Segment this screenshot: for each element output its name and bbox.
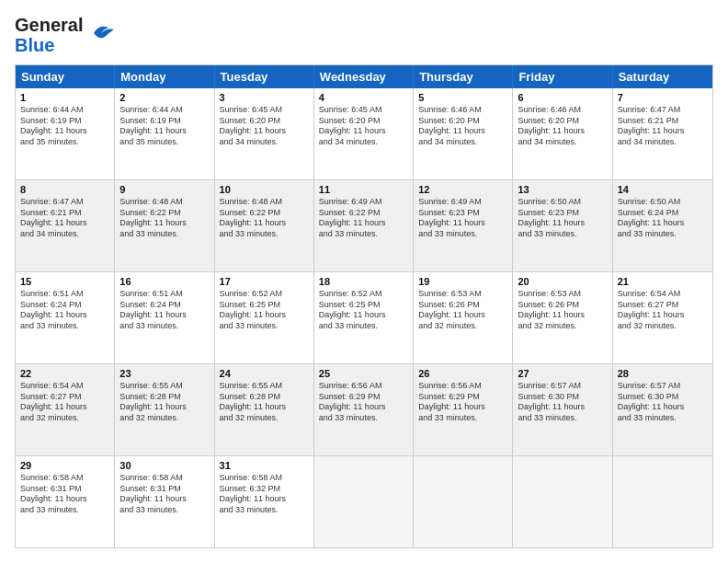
day-number: 22 bbox=[20, 368, 109, 379]
day-number: 8 bbox=[20, 184, 109, 195]
cal-cell: 17Sunrise: 6:52 AM Sunset: 6:25 PM Dayli… bbox=[215, 272, 314, 363]
day-info: Sunrise: 6:58 AM Sunset: 6:31 PM Dayligh… bbox=[20, 473, 109, 516]
day-number: 13 bbox=[518, 184, 607, 195]
cal-cell: 7Sunrise: 6:47 AM Sunset: 6:21 PM Daylig… bbox=[613, 88, 712, 179]
cal-cell: 15Sunrise: 6:51 AM Sunset: 6:24 PM Dayli… bbox=[16, 272, 115, 363]
day-number: 27 bbox=[518, 368, 607, 379]
cal-cell: 31Sunrise: 6:58 AM Sunset: 6:32 PM Dayli… bbox=[215, 456, 314, 547]
cal-cell: 26Sunrise: 6:56 AM Sunset: 6:29 PM Dayli… bbox=[414, 364, 513, 455]
calendar-header: SundayMondayTuesdayWednesdayThursdayFrid… bbox=[16, 65, 712, 88]
day-info: Sunrise: 6:54 AM Sunset: 6:27 PM Dayligh… bbox=[618, 289, 708, 332]
day-info: Sunrise: 6:44 AM Sunset: 6:19 PM Dayligh… bbox=[119, 105, 209, 148]
cal-cell: 24Sunrise: 6:55 AM Sunset: 6:28 PM Dayli… bbox=[215, 364, 314, 455]
cal-cell: 28Sunrise: 6:57 AM Sunset: 6:30 PM Dayli… bbox=[613, 364, 712, 455]
logo-bird-icon bbox=[86, 20, 116, 46]
day-info: Sunrise: 6:51 AM Sunset: 6:24 PM Dayligh… bbox=[20, 289, 109, 332]
header-day-wednesday: Wednesday bbox=[314, 65, 414, 88]
day-number: 20 bbox=[518, 276, 607, 287]
day-number: 14 bbox=[618, 184, 708, 195]
cal-cell: 27Sunrise: 6:57 AM Sunset: 6:30 PM Dayli… bbox=[513, 364, 612, 455]
calendar-body: 1Sunrise: 6:44 AM Sunset: 6:19 PM Daylig… bbox=[16, 88, 712, 547]
cal-cell: 12Sunrise: 6:49 AM Sunset: 6:23 PM Dayli… bbox=[414, 180, 513, 271]
cal-cell: 13Sunrise: 6:50 AM Sunset: 6:23 PM Dayli… bbox=[513, 180, 612, 271]
day-number: 19 bbox=[418, 276, 507, 287]
day-info: Sunrise: 6:56 AM Sunset: 6:29 PM Dayligh… bbox=[418, 381, 507, 424]
day-number: 28 bbox=[618, 368, 708, 379]
day-number: 17 bbox=[220, 276, 309, 287]
logo-general: General bbox=[15, 15, 83, 35]
day-number: 16 bbox=[119, 276, 209, 287]
day-info: Sunrise: 6:49 AM Sunset: 6:22 PM Dayligh… bbox=[319, 197, 408, 240]
week-row-5: 29Sunrise: 6:58 AM Sunset: 6:31 PM Dayli… bbox=[16, 456, 712, 547]
cal-cell: 3Sunrise: 6:45 AM Sunset: 6:20 PM Daylig… bbox=[215, 88, 314, 179]
header-day-saturday: Saturday bbox=[613, 65, 712, 88]
cal-cell bbox=[414, 456, 513, 547]
day-info: Sunrise: 6:55 AM Sunset: 6:28 PM Dayligh… bbox=[220, 381, 309, 424]
day-info: Sunrise: 6:57 AM Sunset: 6:30 PM Dayligh… bbox=[618, 381, 708, 424]
page: General Blue SundayMondayTuesdayWednesda… bbox=[0, 0, 728, 563]
logo: General Blue bbox=[15, 15, 116, 55]
day-info: Sunrise: 6:57 AM Sunset: 6:30 PM Dayligh… bbox=[518, 381, 607, 424]
cal-cell: 22Sunrise: 6:54 AM Sunset: 6:27 PM Dayli… bbox=[16, 364, 115, 455]
cal-cell: 16Sunrise: 6:51 AM Sunset: 6:24 PM Dayli… bbox=[115, 272, 214, 363]
day-number: 4 bbox=[319, 92, 408, 103]
day-number: 25 bbox=[319, 368, 408, 379]
cal-cell: 25Sunrise: 6:56 AM Sunset: 6:29 PM Dayli… bbox=[314, 364, 414, 455]
day-number: 24 bbox=[220, 368, 309, 379]
cal-cell: 20Sunrise: 6:53 AM Sunset: 6:26 PM Dayli… bbox=[513, 272, 612, 363]
day-info: Sunrise: 6:45 AM Sunset: 6:20 PM Dayligh… bbox=[319, 105, 408, 148]
day-number: 6 bbox=[518, 92, 607, 103]
day-number: 12 bbox=[418, 184, 507, 195]
cal-cell: 19Sunrise: 6:53 AM Sunset: 6:26 PM Dayli… bbox=[414, 272, 513, 363]
day-info: Sunrise: 6:47 AM Sunset: 6:21 PM Dayligh… bbox=[618, 105, 708, 148]
cal-cell bbox=[314, 456, 414, 547]
day-number: 23 bbox=[119, 368, 209, 379]
cal-cell: 2Sunrise: 6:44 AM Sunset: 6:19 PM Daylig… bbox=[115, 88, 214, 179]
header-day-tuesday: Tuesday bbox=[215, 65, 314, 88]
day-number: 18 bbox=[319, 276, 408, 287]
header-day-thursday: Thursday bbox=[414, 65, 513, 88]
day-number: 3 bbox=[220, 92, 309, 103]
day-info: Sunrise: 6:58 AM Sunset: 6:32 PM Dayligh… bbox=[220, 473, 309, 516]
day-number: 11 bbox=[319, 184, 408, 195]
day-info: Sunrise: 6:53 AM Sunset: 6:26 PM Dayligh… bbox=[418, 289, 507, 332]
day-number: 7 bbox=[618, 92, 708, 103]
day-number: 9 bbox=[119, 184, 209, 195]
day-info: Sunrise: 6:50 AM Sunset: 6:24 PM Dayligh… bbox=[618, 197, 708, 240]
day-info: Sunrise: 6:52 AM Sunset: 6:25 PM Dayligh… bbox=[319, 289, 408, 332]
day-info: Sunrise: 6:47 AM Sunset: 6:21 PM Dayligh… bbox=[20, 197, 109, 240]
cal-cell: 21Sunrise: 6:54 AM Sunset: 6:27 PM Dayli… bbox=[613, 272, 712, 363]
header-day-friday: Friday bbox=[513, 65, 612, 88]
day-number: 29 bbox=[20, 460, 109, 471]
cal-cell: 14Sunrise: 6:50 AM Sunset: 6:24 PM Dayli… bbox=[613, 180, 712, 271]
day-info: Sunrise: 6:48 AM Sunset: 6:22 PM Dayligh… bbox=[119, 197, 209, 240]
day-number: 10 bbox=[220, 184, 309, 195]
cal-cell bbox=[613, 456, 712, 547]
logo-blue: Blue bbox=[15, 35, 54, 55]
week-row-3: 15Sunrise: 6:51 AM Sunset: 6:24 PM Dayli… bbox=[16, 272, 712, 364]
cal-cell bbox=[513, 456, 612, 547]
day-info: Sunrise: 6:50 AM Sunset: 6:23 PM Dayligh… bbox=[518, 197, 607, 240]
week-row-1: 1Sunrise: 6:44 AM Sunset: 6:19 PM Daylig… bbox=[16, 88, 712, 180]
cal-cell: 5Sunrise: 6:46 AM Sunset: 6:20 PM Daylig… bbox=[414, 88, 513, 179]
cal-cell: 9Sunrise: 6:48 AM Sunset: 6:22 PM Daylig… bbox=[115, 180, 214, 271]
cal-cell: 4Sunrise: 6:45 AM Sunset: 6:20 PM Daylig… bbox=[314, 88, 414, 179]
day-number: 21 bbox=[618, 276, 708, 287]
day-number: 31 bbox=[220, 460, 309, 471]
cal-cell: 1Sunrise: 6:44 AM Sunset: 6:19 PM Daylig… bbox=[16, 88, 115, 179]
cal-cell: 8Sunrise: 6:47 AM Sunset: 6:21 PM Daylig… bbox=[16, 180, 115, 271]
day-info: Sunrise: 6:58 AM Sunset: 6:31 PM Dayligh… bbox=[119, 473, 209, 516]
header-day-sunday: Sunday bbox=[16, 65, 115, 88]
day-info: Sunrise: 6:48 AM Sunset: 6:22 PM Dayligh… bbox=[220, 197, 309, 240]
header: General Blue bbox=[15, 15, 713, 55]
calendar: SundayMondayTuesdayWednesdayThursdayFrid… bbox=[15, 64, 713, 548]
day-info: Sunrise: 6:45 AM Sunset: 6:20 PM Dayligh… bbox=[220, 105, 309, 148]
day-info: Sunrise: 6:46 AM Sunset: 6:20 PM Dayligh… bbox=[518, 105, 607, 148]
day-info: Sunrise: 6:49 AM Sunset: 6:23 PM Dayligh… bbox=[418, 197, 507, 240]
cal-cell: 10Sunrise: 6:48 AM Sunset: 6:22 PM Dayli… bbox=[215, 180, 314, 271]
day-info: Sunrise: 6:52 AM Sunset: 6:25 PM Dayligh… bbox=[220, 289, 309, 332]
week-row-4: 22Sunrise: 6:54 AM Sunset: 6:27 PM Dayli… bbox=[16, 364, 712, 456]
day-info: Sunrise: 6:44 AM Sunset: 6:19 PM Dayligh… bbox=[20, 105, 109, 148]
cal-cell: 29Sunrise: 6:58 AM Sunset: 6:31 PM Dayli… bbox=[16, 456, 115, 547]
day-number: 26 bbox=[418, 368, 507, 379]
